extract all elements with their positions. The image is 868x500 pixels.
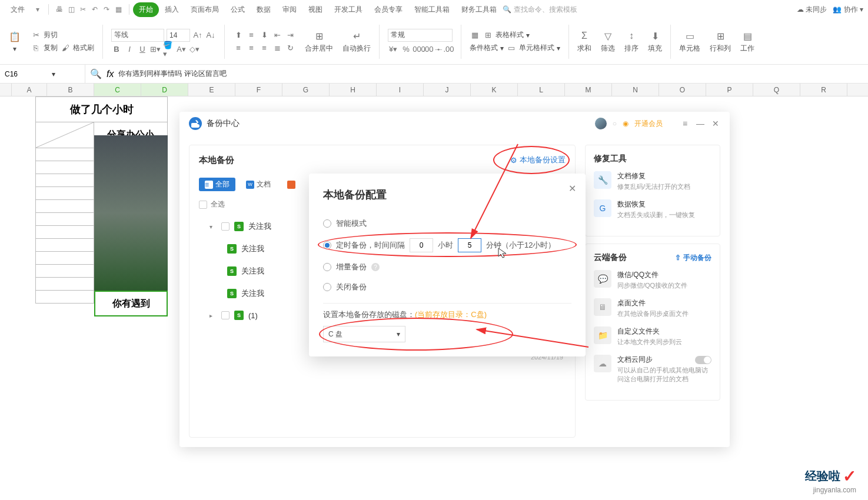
align-middle-icon[interactable]: ≡: [246, 30, 257, 41]
fill-color-icon[interactable]: 🪣▾: [163, 44, 174, 55]
incremental-mode-radio[interactable]: 增量备份 ?: [323, 257, 571, 277]
tab-insert[interactable]: 插入: [159, 2, 185, 17]
collab-link[interactable]: 👥 协作 ▾: [833, 5, 863, 15]
indent-dec-icon[interactable]: ⇤: [272, 30, 282, 41]
wechat-qq-item[interactable]: 💬 微信/QQ文件同步微信/QQ接收的文件: [594, 270, 711, 290]
desktop-files-item[interactable]: 🖥 桌面文件在其他设备同步桌面文件: [594, 298, 711, 318]
tab-view[interactable]: 视图: [302, 2, 328, 17]
selected-cell[interactable]: 你有遇到: [94, 291, 168, 316]
cond-format-label[interactable]: 条件格式: [470, 43, 498, 53]
cell-button[interactable]: ▭单元格: [676, 28, 704, 55]
filter-doc-tab[interactable]: W文档: [240, 178, 277, 191]
save-icon[interactable]: ▾: [33, 5, 42, 14]
currency-icon[interactable]: ¥▾: [388, 44, 398, 55]
align-center-icon[interactable]: ≡: [246, 43, 257, 54]
manual-backup-link[interactable]: ⇧手动备份: [675, 253, 711, 263]
merge-center-button[interactable]: ⊞ 合并居中: [301, 28, 337, 55]
xls-icon: S: [234, 222, 244, 231]
indent-inc-icon[interactable]: ⇥: [285, 30, 295, 41]
sync-toggle[interactable]: [695, 356, 711, 364]
help-icon[interactable]: ?: [371, 263, 380, 271]
cell-style-icon[interactable]: ▭: [506, 43, 517, 54]
tab-layout[interactable]: 页面布局: [185, 2, 225, 17]
clear-format-icon[interactable]: ◇▾: [189, 44, 199, 55]
smart-mode-radio[interactable]: 智能模式: [323, 214, 571, 234]
tab-dev[interactable]: 开发工具: [328, 2, 368, 17]
filter-ppt-tab[interactable]: [281, 179, 301, 191]
orientation-icon[interactable]: ↻: [285, 43, 295, 54]
percent-icon[interactable]: %: [401, 44, 411, 55]
sort-button[interactable]: ↕排序: [621, 28, 642, 55]
print-icon[interactable]: 🖶: [55, 5, 64, 14]
filter-all-tab[interactable]: ≡全部: [199, 178, 235, 191]
tab-vip[interactable]: 会员专享: [368, 2, 408, 17]
font-name-select[interactable]: [111, 29, 164, 42]
sum-button[interactable]: Σ求和: [574, 28, 595, 55]
title-cell[interactable]: 做了几个小时: [35, 96, 168, 122]
fx-icon[interactable]: fx: [107, 69, 114, 79]
undo-icon[interactable]: ↶: [90, 5, 99, 14]
command-search[interactable]: 🔍 查找命令、搜索模板: [503, 5, 577, 15]
close-icon[interactable]: ✕: [711, 119, 720, 128]
wrap-text-button[interactable]: ↵ 自动换行: [339, 28, 374, 55]
tab-formula[interactable]: 公式: [225, 2, 251, 17]
copy-icon[interactable]: ⎘: [31, 43, 41, 54]
minimize-icon[interactable]: —: [696, 119, 705, 128]
timed-mode-radio[interactable]: 定时备份，时间间隔 小时 分钟（小于12小时）: [323, 234, 571, 257]
cond-format-icon[interactable]: ▦: [470, 30, 480, 41]
grid-icon[interactable]: ▦: [114, 5, 123, 14]
worksheet-button[interactable]: ▤工作: [737, 28, 758, 55]
dec-dec-icon[interactable]: ←.00: [440, 44, 450, 55]
filter-button[interactable]: ▽筛选: [597, 28, 618, 55]
row-col-button[interactable]: ⊞行和列: [706, 28, 734, 55]
vip-link[interactable]: 开通会员: [634, 119, 663, 129]
distribute-icon[interactable]: ≣: [272, 43, 282, 54]
table-style-icon[interactable]: ⊞: [483, 30, 493, 41]
preview-icon[interactable]: ◫: [66, 5, 76, 14]
decrease-font-icon[interactable]: A↓: [205, 30, 216, 41]
diagonal-header-cell[interactable]: [35, 122, 94, 148]
align-left-icon[interactable]: ≡: [233, 43, 244, 54]
menu-icon[interactable]: ≡: [680, 119, 690, 128]
file-menu[interactable]: 文件: [5, 2, 31, 17]
disk-select[interactable]: C 盘▾: [323, 326, 405, 342]
scissors-icon[interactable]: ✂: [31, 30, 41, 41]
user-avatar[interactable]: [595, 118, 607, 129]
redo-icon[interactable]: ↷: [102, 5, 111, 14]
font-color-icon[interactable]: A▾: [176, 44, 187, 55]
cell-reference-input[interactable]: [5, 70, 52, 78]
number-format-select[interactable]: [388, 29, 453, 42]
tab-review[interactable]: 审阅: [277, 2, 302, 17]
font-size-select[interactable]: [167, 29, 190, 42]
cloud-sync-item[interactable]: ☁ 文档云同步可以从自己的手机或其他电脑访问这台电脑打开过的文档: [594, 355, 711, 384]
backup-settings-link[interactable]: ⚙ 本地备份设置: [510, 155, 566, 165]
unsync-status[interactable]: ☁ 未同步: [797, 5, 827, 15]
cut-icon[interactable]: ✂: [78, 5, 88, 14]
tab-data[interactable]: 数据: [251, 2, 277, 17]
fill-button[interactable]: ⬇填充: [644, 28, 666, 55]
italic-icon[interactable]: I: [124, 44, 135, 55]
align-bottom-icon[interactable]: ⬇: [259, 30, 270, 41]
align-right-icon[interactable]: ≡: [259, 43, 270, 54]
align-top-icon[interactable]: ⬆: [233, 30, 244, 41]
tab-smart[interactable]: 智能工具箱: [408, 2, 455, 17]
bold-icon[interactable]: B: [111, 44, 122, 55]
minutes-input[interactable]: [458, 238, 481, 252]
format-painter-icon[interactable]: 🖌: [60, 43, 71, 54]
embedded-image[interactable]: [94, 135, 168, 291]
custom-folder-item[interactable]: 📁 自定义文件夹让本地文件夹同步到云: [594, 326, 711, 346]
doc-repair-item[interactable]: 🔧 文档修复修复乱码/无法打开的文档: [594, 171, 711, 191]
close-icon[interactable]: ✕: [568, 183, 576, 194]
increase-font-icon[interactable]: A↑: [192, 30, 203, 41]
name-box[interactable]: ▾: [0, 65, 85, 83]
tab-start[interactable]: 开始: [133, 2, 159, 17]
underline-icon[interactable]: U: [137, 44, 148, 55]
disable-mode-radio[interactable]: 关闭备份: [323, 277, 571, 297]
hours-input[interactable]: [410, 238, 433, 252]
data-recovery-item[interactable]: G 数据恢复文档丢失或误删，一键恢复: [594, 199, 711, 219]
paste-button[interactable]: 📋 ▾: [5, 29, 25, 54]
tab-finance[interactable]: 财务工具箱: [455, 2, 503, 17]
zoom-icon[interactable]: 🔍: [90, 68, 102, 79]
formula-input[interactable]: [118, 70, 863, 78]
border-icon[interactable]: ⊞▾: [150, 44, 161, 55]
